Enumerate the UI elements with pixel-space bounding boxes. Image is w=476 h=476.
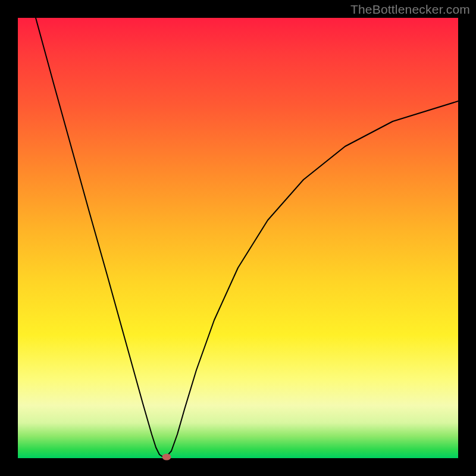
watermark-text: TheBottlenecker.com <box>350 2 470 17</box>
min-marker <box>162 454 171 461</box>
chart-frame: TheBottlenecker.com <box>0 0 476 476</box>
plot-gradient-background <box>18 18 458 458</box>
